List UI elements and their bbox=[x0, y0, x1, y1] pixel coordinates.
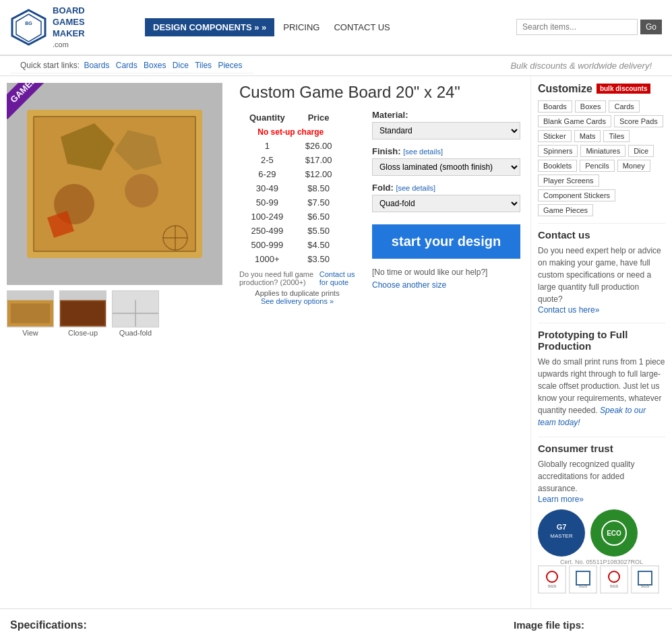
tag-spinners[interactable]: Spinners bbox=[538, 145, 578, 157]
finish-select[interactable]: Gloss laminated (smooth finish) Matte la… bbox=[372, 158, 520, 176]
thumbnail-view-label: View bbox=[7, 329, 54, 337]
qty-header: Quantity bbox=[239, 110, 295, 125]
thumbnail-quadfold-label: Quad-fold bbox=[112, 329, 159, 337]
product-details: Custom Game Board 20" x 24" Quantity Pri… bbox=[229, 76, 530, 608]
thumbnail-closeup[interactable] bbox=[59, 290, 106, 327]
tag-tiles[interactable]: Tiles bbox=[603, 130, 630, 142]
tag-cards[interactable]: Cards bbox=[609, 100, 639, 113]
fold-select[interactable]: Quad-fold Bi-fold No fold bbox=[372, 195, 520, 212]
green-badge: ECO bbox=[590, 509, 638, 557]
quick-link-tiles[interactable]: Tiles bbox=[195, 61, 212, 70]
material-select[interactable]: Standard Premium bbox=[372, 122, 520, 139]
tag-game-pieces[interactable]: Game Pieces bbox=[538, 204, 593, 216]
quick-link-pieces[interactable]: Pieces bbox=[218, 61, 242, 70]
start-design-button[interactable]: start your design bbox=[372, 224, 520, 259]
contact-section-text: Do you need expert help or advice on mak… bbox=[538, 245, 665, 305]
contact-quote-link[interactable]: Contact us for quote bbox=[319, 270, 355, 286]
delivery-link[interactable]: See delivery options » bbox=[261, 297, 334, 305]
sidebar: Customize bulk discounts Boards Boxes Ca… bbox=[530, 76, 672, 608]
search-button[interactable]: Go bbox=[640, 20, 662, 34]
pricing-config: Quantity Price No set-up charge 1$26.00 … bbox=[239, 110, 520, 305]
tag-dice[interactable]: Dice bbox=[628, 145, 654, 157]
contact-section-link[interactable]: Contact us here» bbox=[538, 305, 599, 315]
svg-rect-21 bbox=[61, 301, 104, 325]
config-options: Material: Standard Premium Finish: [see … bbox=[365, 110, 520, 305]
svg-rect-31 bbox=[539, 566, 566, 593]
tag-booklets[interactable]: Booklets bbox=[538, 160, 577, 172]
specs-section: Specifications: Type: Custom Game Board … bbox=[10, 619, 500, 632]
logo: BG BOARD GAMES MAKER .com bbox=[10, 5, 138, 49]
tag-score-pads[interactable]: Score Pads bbox=[614, 115, 663, 127]
tag-boards[interactable]: Boards bbox=[538, 100, 572, 113]
tag-player-screens[interactable]: Player Screens bbox=[538, 175, 599, 187]
tag-sticker[interactable]: Sticker bbox=[538, 130, 572, 142]
material-label: Material: bbox=[372, 110, 520, 120]
quick-link-dice[interactable]: Dice bbox=[173, 61, 189, 70]
image-tips: Image file tips: Color Mode: RGB or CMYK… bbox=[500, 619, 662, 632]
quick-link-cards[interactable]: Cards bbox=[116, 61, 138, 70]
thumbnail-quadfold[interactable] bbox=[112, 290, 159, 327]
svg-text:SGS: SGS bbox=[548, 584, 557, 588]
sgs-badge-4: SGS bbox=[631, 565, 659, 594]
applies-note: Applies to duplicate prints bbox=[255, 289, 339, 297]
trust-link[interactable]: Learn more» bbox=[538, 495, 584, 504]
prototyping-header: Prototyping to Full Production bbox=[538, 323, 665, 352]
tag-boxes[interactable]: Boxes bbox=[575, 100, 607, 113]
nav-area: DESIGN COMPONENTS » Boards Cards Boxes P… bbox=[145, 18, 510, 36]
sgs-badge-3: SGS bbox=[600, 565, 628, 594]
contact-section: Contact us Do you need expert help or ad… bbox=[538, 223, 665, 315]
prototyping-section: Prototyping to Full Production We do sma… bbox=[538, 323, 665, 429]
tag-money[interactable]: Money bbox=[617, 160, 650, 172]
contact-nav[interactable]: CONTACT US bbox=[328, 22, 395, 32]
design-components-dropdown[interactable]: DESIGN COMPONENTS » Boards Cards Boxes bbox=[145, 18, 274, 36]
svg-rect-37 bbox=[601, 566, 628, 593]
tag-blank-game-cards[interactable]: Blank Game Cards bbox=[538, 115, 611, 127]
svg-rect-19 bbox=[11, 303, 50, 323]
trust-text: Globally recognized quality accreditatio… bbox=[538, 458, 665, 495]
price-header: Price bbox=[295, 110, 342, 125]
svg-marker-1 bbox=[16, 14, 41, 42]
logo-dot: .com bbox=[53, 40, 85, 49]
bulk-badge: bulk discounts bbox=[597, 84, 651, 94]
thumbnail-closeup-label: Close-up bbox=[59, 329, 106, 337]
logo-line2: GAMES bbox=[53, 17, 85, 28]
component-tags: Boards Boxes Cards Blank Game Cards Scor… bbox=[538, 100, 665, 216]
quick-link-boxes[interactable]: Boxes bbox=[144, 61, 166, 70]
svg-text:ECO: ECO bbox=[607, 530, 621, 537]
sgs-badge-1: SGS bbox=[538, 565, 566, 594]
product-image-area: GAMEBOARD 20x24" bbox=[0, 76, 229, 608]
production-note: Do you need full game production? (2000+… bbox=[239, 270, 316, 286]
contact-section-header: Contact us bbox=[538, 223, 665, 241]
price-table-wrapper: Quantity Price No set-up charge 1$26.00 … bbox=[239, 110, 355, 305]
design-components-button[interactable]: DESIGN COMPONENTS » bbox=[145, 18, 274, 36]
table-row: 1$26.00 bbox=[239, 139, 342, 153]
tag-pencils[interactable]: Pencils bbox=[580, 160, 614, 172]
table-row: 30-49$8.50 bbox=[239, 181, 342, 195]
quick-link-boards[interactable]: Boards bbox=[84, 61, 109, 70]
bulk-delivery: Bulk discounts & worldwide delivery! bbox=[500, 58, 662, 73]
logo-icon: BG bbox=[10, 9, 47, 46]
finish-details-link[interactable]: [see details] bbox=[403, 148, 443, 156]
pricing-nav[interactable]: PRICING bbox=[278, 22, 325, 32]
choose-size-link[interactable]: Choose another size bbox=[372, 280, 520, 290]
trust-header: Consumer trust bbox=[538, 437, 665, 454]
table-row: 250-499$5.50 bbox=[239, 224, 342, 238]
sgs-badge-2: SGS bbox=[569, 565, 597, 594]
header: BG BOARD GAMES MAKER .com DESIGN COMPONE… bbox=[0, 0, 672, 76]
search-input[interactable] bbox=[516, 19, 638, 35]
thumbnail-view[interactable] bbox=[7, 290, 54, 327]
sgs-badges: SGS SGS SGS bbox=[538, 565, 665, 594]
tag-mats[interactable]: Mats bbox=[574, 130, 601, 142]
svg-text:BG: BG bbox=[25, 21, 32, 26]
gameboard-badge: GAMEBOARD 20x24" bbox=[7, 83, 94, 170]
badge-line1: GAMEBOARD bbox=[8, 83, 57, 104]
bottom-area: Specifications: Type: Custom Game Board … bbox=[0, 608, 672, 632]
main-image: GAMEBOARD 20x24" bbox=[7, 83, 222, 285]
prototyping-text: We do small print runs from 1 piece upwa… bbox=[538, 356, 665, 429]
tag-component-stickers[interactable]: Component Stickers bbox=[538, 189, 615, 201]
main-container: GAMEBOARD 20x24" bbox=[0, 76, 672, 608]
tag-miniatures[interactable]: Miniatures bbox=[580, 145, 625, 157]
svg-text:SGS: SGS bbox=[610, 584, 619, 588]
no-setup: No set-up charge bbox=[239, 125, 342, 139]
fold-details-link[interactable]: [see details] bbox=[396, 184, 435, 192]
